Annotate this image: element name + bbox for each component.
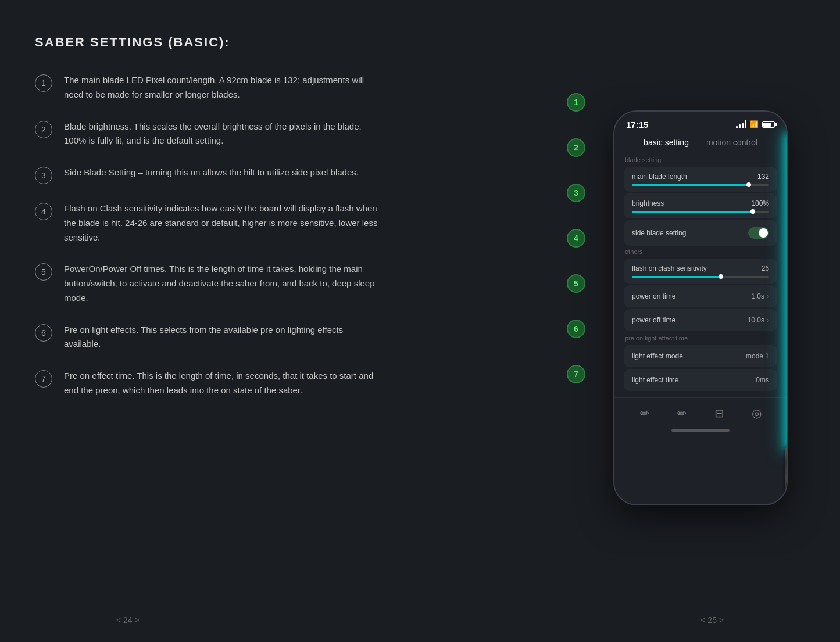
power-on-time-row[interactable]: power on time 1.0s ›: [624, 285, 777, 307]
item-number-5: 5: [35, 263, 52, 281]
wifi-icon: 📶: [750, 120, 759, 128]
badge-2: 2: [567, 138, 585, 157]
others-section-label: others: [624, 248, 777, 255]
item-number-1: 1: [35, 74, 52, 92]
status-bar: 17:15 📶: [614, 112, 787, 134]
setting-description-2: Blade brightness. This scales the overal…: [64, 120, 378, 149]
status-icons: 📶: [736, 120, 775, 128]
power-off-value: 10.0s: [748, 316, 764, 324]
sliders-icon[interactable]: ⊟: [714, 406, 724, 420]
flash-clash-slider[interactable]: [632, 276, 769, 278]
edit-icon[interactable]: ✏: [677, 406, 687, 420]
list-item: 3 Side Blade Setting – turning this on a…: [35, 166, 573, 184]
list-item: 6 Pre on light effects. This selects fro…: [35, 323, 573, 352]
item-number-6: 6: [35, 324, 52, 342]
setting-description-5: PowerOn/Power Off times. This is the len…: [64, 262, 378, 305]
light-effect-time-row[interactable]: light effect time 0ms: [624, 369, 777, 391]
badge-7: 7: [567, 365, 585, 383]
page-number-left: < 24 >: [116, 615, 140, 625]
side-blade-label: side blade setting: [632, 229, 686, 237]
setting-description-7: Pre on effect time. This is the length o…: [64, 369, 378, 398]
light-effect-mode-label: light effect mode: [632, 352, 683, 360]
power-on-label: power on time: [632, 292, 675, 300]
compass-icon[interactable]: ◎: [752, 406, 762, 420]
page-numbers: < 24 > < 25 >: [0, 604, 840, 642]
page-title: SABER SETTINGS (BASIC):: [35, 35, 573, 50]
light-effect-time-label: light effect time: [632, 376, 678, 384]
item-number-3: 3: [35, 167, 52, 184]
main-blade-value: 132: [757, 173, 769, 181]
chevron-right-icon-2: ›: [767, 316, 769, 324]
main-blade-label: main blade length: [632, 173, 687, 181]
setting-description-3: Side Blade Setting – turning this on all…: [64, 166, 359, 180]
badge-3: 3: [567, 184, 585, 202]
list-item: 2 Blade brightness. This scales the over…: [35, 120, 573, 149]
others-section: others flash on clash sensitivity 26: [624, 248, 777, 331]
number-badges: 1 2 3 4 5 6 7: [567, 93, 585, 410]
list-item: 7 Pre on effect time. This is the length…: [35, 369, 573, 398]
item-number-7: 7: [35, 370, 52, 388]
brightness-row: brightness 100%: [624, 193, 777, 218]
brightness-label: brightness: [632, 199, 664, 207]
left-panel: SABER SETTINGS (BASIC): 1 The main blade…: [35, 35, 573, 580]
tab-motion-control[interactable]: motion control: [706, 138, 757, 147]
preon-section-label: pre on light effect time: [624, 335, 777, 342]
light-effect-mode-row[interactable]: light effect mode mode 1: [624, 345, 777, 367]
main-blade-length-row: main blade length 132: [624, 167, 777, 192]
power-off-time-row[interactable]: power off time 10.0s ›: [624, 309, 777, 331]
signal-icon: [736, 120, 746, 128]
lightsaber-blade: [787, 135, 788, 449]
side-blade-row: side blade setting: [624, 220, 777, 246]
phone-tabs: basic setting motion control: [614, 134, 787, 154]
list-item: 1 The main blade LED Pixel count/length.…: [35, 73, 573, 102]
setting-description-1: The main blade LED Pixel count/length. A…: [64, 73, 378, 102]
tab-basic-setting[interactable]: basic setting: [644, 138, 689, 147]
right-panel: 1 2 3 4 5 6 7 17:15: [596, 35, 805, 580]
power-on-value: 1.0s: [751, 292, 764, 300]
list-item: 4 Flash on Clash sensitivity indicates h…: [35, 202, 573, 245]
page-number-right: < 25 >: [700, 615, 724, 625]
preon-section: pre on light effect time light effect mo…: [624, 335, 777, 391]
flash-clash-value: 26: [762, 264, 769, 272]
flash-clash-label: flash on clash sensitivity: [632, 264, 707, 272]
item-number-2: 2: [35, 121, 52, 138]
badge-1: 1: [567, 93, 585, 112]
brightness-value: 100%: [751, 199, 769, 207]
badge-5: 5: [567, 274, 585, 293]
power-off-label: power off time: [632, 316, 675, 324]
main-blade-slider[interactable]: [632, 184, 769, 186]
pencil-icon[interactable]: ✏: [640, 406, 650, 420]
brightness-slider[interactable]: [632, 211, 769, 213]
chevron-right-icon: ›: [767, 292, 769, 300]
lightsaber-hilt: [785, 447, 788, 494]
phone-content: blade setting main blade length 132: [614, 154, 787, 393]
setting-description-6: Pre on light effects. This selects from …: [64, 323, 378, 352]
battery-icon: [762, 121, 775, 128]
phone-mockup: 17:15 📶 basic setti: [613, 110, 788, 505]
status-time: 17:15: [626, 120, 648, 130]
light-effect-time-value: 0ms: [756, 376, 769, 384]
settings-list: 1 The main blade LED Pixel count/length.…: [35, 73, 573, 398]
list-item: 5 PowerOn/Power Off times. This is the l…: [35, 262, 573, 305]
light-effect-mode-value: mode 1: [746, 352, 769, 360]
flash-clash-row: flash on clash sensitivity 26: [624, 259, 777, 284]
side-blade-toggle[interactable]: [748, 227, 769, 239]
setting-description-4: Flash on Clash sensitivity indicates how…: [64, 202, 378, 245]
phone-bottom-nav: ✏ ✏ ⊟ ◎: [614, 397, 787, 425]
home-bar: [671, 429, 730, 432]
item-number-4: 4: [35, 203, 52, 220]
badge-6: 6: [567, 320, 585, 338]
blade-section-label: blade setting: [624, 156, 777, 163]
badge-4: 4: [567, 229, 585, 248]
